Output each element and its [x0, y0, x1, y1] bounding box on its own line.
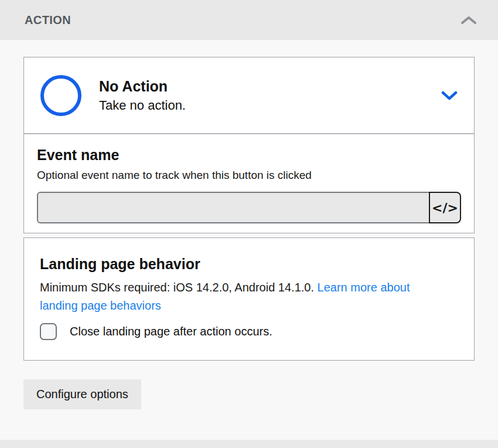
expand-dropdown-button[interactable]: [441, 90, 458, 101]
action-section-header: ACTION: [0, 0, 498, 40]
bottom-divider-strip: [0, 440, 498, 448]
collapse-section-button[interactable]: [461, 15, 477, 25]
close-landing-checkbox[interactable]: [40, 323, 57, 340]
action-type-selector[interactable]: No Action Take no action.: [24, 57, 474, 134]
event-name-input-row: </>: [37, 192, 461, 223]
configure-options-button[interactable]: Configure options: [23, 379, 141, 409]
insert-code-button[interactable]: </>: [429, 192, 461, 223]
close-landing-checkbox-label: Close landing page after action occurs.: [70, 325, 272, 338]
action-type-subtitle: Take no action.: [99, 98, 186, 113]
action-type-title: No Action: [99, 78, 186, 95]
sdk-requirements-text: Minimum SDKs required: iOS 14.2.0, Andro…: [40, 281, 318, 294]
close-landing-checkbox-row: Close landing page after action occurs.: [40, 323, 458, 340]
landing-page-behavior-card: Landing page behavior Minimum SDKs requi…: [23, 237, 475, 361]
event-name-heading: Event name: [37, 147, 461, 164]
chevron-down-icon: [441, 90, 458, 101]
event-name-section: Event name Optional event name to track …: [24, 134, 474, 223]
landing-page-description: Minimum SDKs required: iOS 14.2.0, Andro…: [40, 279, 445, 315]
section-title: ACTION: [25, 13, 71, 27]
chevron-up-icon: [461, 15, 477, 25]
landing-page-heading: Landing page behavior: [40, 256, 458, 273]
event-name-input[interactable]: [37, 192, 430, 223]
action-config-card: No Action Take no action. Event name Opt…: [23, 57, 475, 233]
code-icon: </>: [432, 201, 458, 215]
action-type-text: No Action Take no action.: [99, 78, 186, 113]
radio-circle-icon: [40, 75, 81, 116]
event-name-description: Optional event name to track when this b…: [37, 169, 461, 182]
